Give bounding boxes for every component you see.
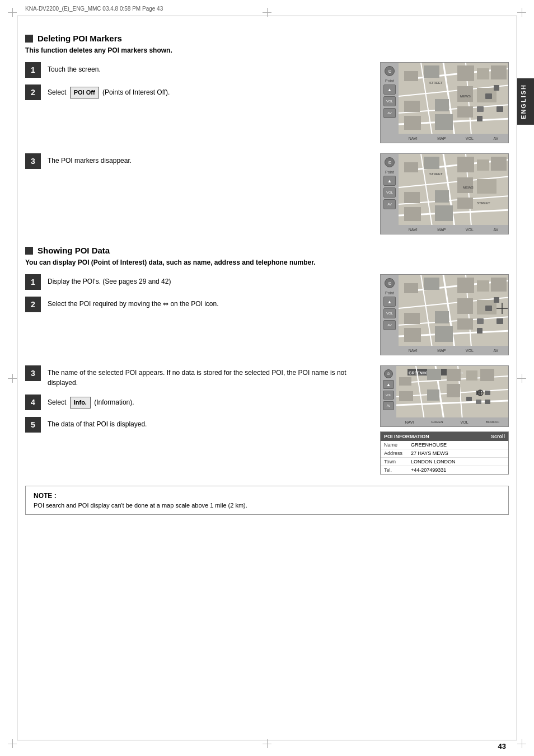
step4-text-before: Select [48,398,68,406]
section2-title: Showing POI Data [38,246,110,255]
poi-info-scroll: Scroll [491,434,505,439]
section2-maps-45-col: ⊙ ▲ VOL AV GREENHOUSE info [380,365,509,475]
step2-text-after: (Points of Interest Off). [102,88,170,96]
map-sidebar-1: ⊙ Point ▲ VOL AV [381,63,399,143]
map-btn-navi-1: NAVI [409,137,418,140]
side-tab-english: ENGLISH [517,78,534,125]
step2-text: Select POI Off (Points of Interest Off). [48,84,170,98]
map-icon-av-4: AV [383,401,394,410]
corner-crosshair-bc [263,739,271,748]
svg-rect-70 [485,306,492,311]
map-content-1: STREET MEWS [399,63,508,134]
map-icon-circle-4: ⊙ [384,369,393,378]
map-icon-circle-1: ⊙ [385,66,395,76]
svg-rect-22 [477,106,484,112]
section1-step3-row: 3 The POI markers disappear. ⊙ Point ▲ V… [25,153,509,234]
map-sidebar-4: ⊙ ▲ VOL AV [381,366,396,426]
map-icon-circle-2: ⊙ [385,157,395,167]
section2-step3: 3 The name of the selected POI appears. … [25,365,369,388]
svg-rect-18 [435,114,453,130]
header-text: KNA-DV2200_(E)_ENG_MMC 03.4.8 0:58 PM Pa… [25,6,163,12]
s2-step4-number: 4 [25,395,41,410]
map-icon-circle-3: ⊙ [385,278,395,288]
section2-subtitle: You can display POI (Point of Interest) … [25,259,509,266]
map-sidebar-3: ⊙ Point ▲ VOL AV [381,275,399,355]
svg-rect-12 [491,65,507,79]
map-image-1: ⊙ Point ▲ VOL AV [380,62,509,143]
svg-rect-58 [404,283,418,293]
svg-rect-72 [477,318,484,324]
map-icon-vol-4: VOL [383,391,394,400]
svg-rect-88 [427,369,441,380]
corner-crosshair-br [517,739,526,748]
section2-map3: ⊙ Point ▲ VOL AV [380,274,509,355]
svg-rect-98 [485,400,490,404]
poi-info-label-address: Address [384,450,411,456]
section1-square [25,35,33,43]
section2-step3-col: 3 The name of the selected POI appears. … [25,365,369,475]
svg-text:STREET: STREET [477,201,490,205]
svg-rect-23 [496,106,503,112]
svg-rect-43 [477,179,496,194]
svg-rect-63 [404,313,420,324]
corner-crosshair-rc [517,374,526,383]
map-bottom-bar-4: NAVI GREEN VOL BOROFF [396,417,508,426]
corner-crosshair-lc [8,374,17,383]
section2-square [25,247,33,255]
section1-title: Deleting POI Markers [38,34,122,43]
map-icon-av-2: AV [383,199,396,209]
corner-crosshair-tl [8,8,17,17]
map-icon-vol: VOL [383,96,396,106]
svg-rect-93 [427,389,439,401]
step1-text: Touch the screen. [48,62,101,74]
note-text: POI search and POI display can't be done… [34,502,500,509]
svg-rect-9 [424,65,439,78]
svg-rect-73 [496,318,503,324]
s2-step2-number: 2 [25,297,41,312]
section1-header: Deleting POI Markers [25,34,509,43]
step3-number: 3 [25,153,41,169]
section2-step1: 1 Display the POI's. (See pages 29 and 4… [25,274,369,290]
section1-map1: ⊙ Point ▲ VOL AV [380,62,509,143]
s2-step4-text: Select Info. (Information). [48,395,134,408]
map-streets-svg-2: STREET MEWS STREET [399,154,508,225]
map-btn-map-2: MAP [437,228,446,232]
svg-rect-62 [491,278,507,292]
svg-rect-64 [435,311,449,323]
svg-text:STREET: STREET [429,81,443,84]
svg-rect-89 [447,369,461,381]
map-image-2: ⊙ Point ▲ VOL AV [380,153,509,234]
map-btn-vol-1: VOL [466,137,474,140]
poi-info-row-town: Town LONDON LONDON [381,458,508,466]
map-image-3: ⊙ Point ▲ VOL AV [380,274,509,355]
section2-step2: 2 Select the POI required by moving the … [25,297,369,312]
page-border-bottom [17,740,517,740]
svg-text:MEWS: MEWS [463,186,474,189]
svg-rect-91 [480,369,494,381]
step2-number: 2 [25,84,41,100]
svg-rect-17 [404,116,421,130]
poi-info-label-town: Town [384,459,411,464]
section1-subtitle: This function deletes any POI markers sh… [25,46,509,54]
svg-rect-35 [404,162,418,172]
s2-step5-number: 5 [25,417,41,433]
poi-info-label-name: Name [384,442,411,448]
svg-rect-10 [457,65,474,81]
info-button[interactable]: Info. [70,397,91,408]
section1-step3-col: 3 The POI markers disappear. [25,153,369,234]
svg-rect-37 [457,157,474,172]
poi-off-button[interactable]: POI Off [70,87,99,98]
map-icon-av: AV [383,108,396,118]
svg-rect-36 [424,157,439,169]
svg-rect-68 [435,326,453,342]
map-btn-av-3: AV [493,349,498,353]
poi-info-value-tel: +44-207499331 [411,467,446,473]
step2-text-before: Select [48,88,68,96]
poi-info-value-town: LONDON LONDON [411,459,456,464]
svg-rect-38 [477,159,489,171]
map-btn-map-3: MAP [437,349,446,353]
section2-step5: 5 The data of that POI is displayed. [25,417,369,433]
svg-rect-13 [404,101,420,112]
note-box: NOTE : POI search and POI display can't … [25,486,509,515]
svg-rect-8 [404,71,418,81]
